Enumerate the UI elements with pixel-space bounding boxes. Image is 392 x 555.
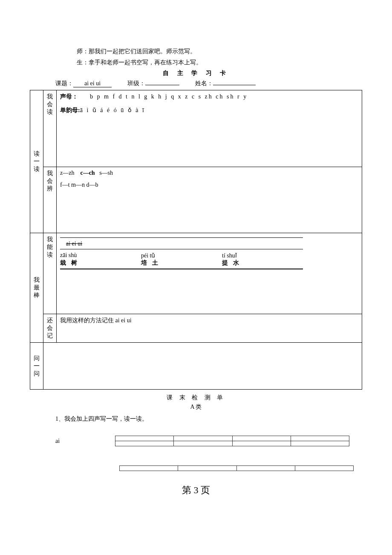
- rule-3: [60, 269, 303, 269]
- sub-can-read-2: 我能读: [43, 233, 57, 314]
- sub-can-distinguish: 我会辨: [43, 167, 57, 233]
- shengmu-list: b p m f d t n l g k h j q x z c s zh ch …: [90, 93, 248, 100]
- pinyin-row: zāi shù péi tǔ tí shuǐ: [60, 252, 303, 259]
- rule-2: [60, 249, 303, 249]
- ai-label: ai: [55, 438, 60, 445]
- question-1: 1、我会加上四声写一写，读一读。: [55, 415, 362, 423]
- class-value[interactable]: [145, 85, 179, 85]
- topic-label: 课题：: [55, 80, 73, 87]
- shengmu-label: 声母：: [60, 93, 78, 100]
- word3-hanzi: 提 水: [222, 259, 303, 267]
- word2-pinyin: péi tǔ: [141, 252, 222, 259]
- category-ask: 问一问: [30, 343, 43, 390]
- word1-hanzi: 栽 树: [60, 259, 141, 267]
- content-remember: 我用这样的方法记住 ai ei ui: [57, 314, 362, 343]
- content-can-read-2: ai ei ui zāi shù péi tǔ tí shuǐ 栽 树 培 土 …: [57, 233, 362, 314]
- topic-value: ai ei ui: [73, 80, 112, 87]
- name-value[interactable]: [213, 85, 256, 85]
- test-sub: A 类: [30, 403, 362, 411]
- intro-line-2: 生：拿手和老师一起书空写，再在练习本上写。: [77, 58, 362, 67]
- category-best: 我最棒: [30, 233, 43, 343]
- sub-can-read: 我会读: [43, 90, 57, 167]
- content-ask: [43, 343, 362, 390]
- page-number: 第 3 页: [30, 484, 362, 497]
- header-line: 课题：ai ei ui 班级： 姓名：: [55, 80, 362, 87]
- writing-grid-2[interactable]: [119, 465, 354, 471]
- word1-pinyin: zāi shù: [60, 252, 141, 259]
- sub-remember: 还会记: [43, 314, 57, 343]
- word2-hanzi: 培 土: [141, 259, 222, 267]
- danyunmu-list: ā ì ǔ á é ó ū ǒ à ī: [80, 107, 145, 113]
- class-label: 班级：: [127, 80, 145, 87]
- writing-grid-1[interactable]: [115, 436, 349, 446]
- card-title: 自 主 学 习 卡: [30, 69, 362, 77]
- test-title: 课 末 检 测 单: [30, 394, 362, 402]
- name-label: 姓名：: [195, 80, 213, 87]
- content-read: 声母： b p m f d t n l g k h j q x z c s zh…: [57, 90, 362, 167]
- category-read: 读一读: [30, 90, 43, 233]
- strike-line: ai ei ui: [66, 240, 82, 247]
- distinguish-line-1: z—zh c—ch s—sh: [60, 170, 113, 176]
- word3-pinyin: tí shuǐ: [222, 252, 303, 259]
- hanzi-row: 栽 树 培 土 提 水: [60, 259, 303, 267]
- content-distinguish: z—zh c—ch s—sh f—t m—n d—b: [57, 167, 362, 233]
- distinguish-line-2: f—t m—n d—b: [60, 182, 358, 188]
- intro-line-1: 师：那我们一起把它们送回家吧。师示范写。: [77, 47, 362, 56]
- study-card-table: 读一读 我会读 声母： b p m f d t n l g k h j q x …: [30, 90, 362, 390]
- danyunmu-label: 单韵母:: [60, 107, 80, 113]
- rule-1: [60, 237, 303, 238]
